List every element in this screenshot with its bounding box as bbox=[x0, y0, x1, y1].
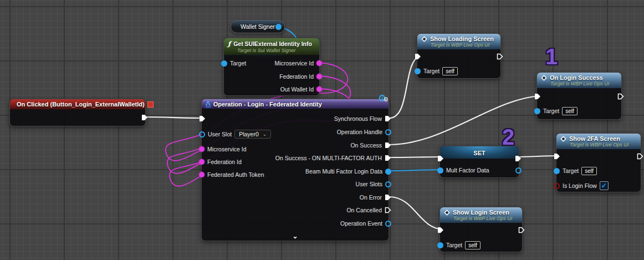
pin-row-target[interactable]: Target bbox=[227, 59, 246, 68]
exec-out-pin[interactable] bbox=[497, 53, 503, 60]
user-slot-dropdown[interactable]: Player0 ⌄ bbox=[234, 130, 271, 139]
pin-row-set-output[interactable] bbox=[515, 166, 516, 175]
delegate-pin[interactable] bbox=[147, 101, 154, 108]
wallet-signer-output-pin[interactable] bbox=[275, 24, 282, 30]
exec-in-pin[interactable] bbox=[437, 155, 444, 162]
node-header[interactable]: ƒ Get SUIExternal Identity Info Target i… bbox=[224, 38, 319, 55]
exec-in-pin[interactable] bbox=[534, 93, 541, 100]
pin-row-synchronous-flow[interactable]: Synchronous Flow bbox=[334, 114, 386, 123]
exec-out-pin[interactable] bbox=[385, 207, 391, 213]
expand-node-chevron[interactable]: ⌄ bbox=[202, 233, 389, 239]
node-header[interactable]: Λ Operation - Login - Federated Identity bbox=[202, 99, 389, 109]
pin-row-federated-auth-token[interactable]: Federated Auth Token bbox=[205, 170, 264, 179]
node-header[interactable]: Show 2FA Screen Target is WBP Live Ops U… bbox=[556, 134, 641, 149]
exec-out-pin[interactable] bbox=[141, 114, 148, 121]
exec-out-pin[interactable] bbox=[617, 93, 624, 100]
exec-out-pin[interactable] bbox=[515, 155, 522, 162]
target-pin[interactable] bbox=[534, 108, 540, 114]
pin-row-beam-multi-factor-login-data[interactable]: Beam Multi Factor Login Data bbox=[305, 167, 386, 176]
pin-row-mult-factor-data[interactable]: Mult Factor Data bbox=[443, 166, 489, 175]
pin-row-is-login-flow[interactable]: Is Login Flow ✓ bbox=[559, 181, 609, 190]
target-pin[interactable] bbox=[554, 168, 560, 174]
target-pin[interactable] bbox=[437, 242, 443, 248]
pin-row-on-success[interactable]: On Success bbox=[350, 141, 386, 150]
exec-in-pin[interactable] bbox=[437, 227, 444, 233]
pin-row-target[interactable]: Target self bbox=[540, 106, 577, 115]
pin-row-exec-in[interactable] bbox=[205, 114, 206, 123]
beam-multi-factor-login-data-pin[interactable] bbox=[385, 169, 391, 175]
pin-row-exec-in[interactable] bbox=[420, 52, 421, 61]
pin-label: Federation Id bbox=[207, 159, 242, 165]
pin-row-target[interactable]: Target self bbox=[559, 166, 597, 175]
mult-factor-data-pin[interactable] bbox=[437, 167, 443, 174]
pin-row-on-error[interactable]: On Error bbox=[360, 193, 386, 202]
pin-row-user-slots[interactable]: User Slots bbox=[356, 180, 386, 188]
node-header[interactable]: Show Login Screen Target is WBP Live Ops… bbox=[440, 207, 522, 223]
exec-out-pin[interactable] bbox=[385, 115, 391, 122]
pin-row-exec-out[interactable] bbox=[141, 113, 142, 122]
federation-id-pin[interactable] bbox=[316, 74, 322, 79]
user-slot-pin[interactable] bbox=[199, 131, 205, 137]
node-set-mult-factor-data[interactable]: SET Mult Factor Data bbox=[439, 146, 519, 178]
pin-row-operation-handle[interactable]: Operation Handle bbox=[337, 128, 386, 136]
node-show-loading-screen[interactable]: Show Loading Screen Target is WBP Live O… bbox=[417, 33, 501, 79]
set-output-pin[interactable] bbox=[515, 167, 522, 174]
node-header[interactable]: On Clicked (Button_Login_ExternalWalletI… bbox=[10, 99, 145, 109]
node-settings-gears[interactable]: ⚙⚙ bbox=[378, 93, 389, 104]
microservice-id-pin[interactable] bbox=[316, 60, 322, 66]
node-wallet-signer[interactable]: Wallet Signer bbox=[231, 20, 285, 33]
pin-row-user-slot[interactable]: User Slot Player0 ⌄ bbox=[205, 130, 271, 139]
exec-in-pin[interactable] bbox=[554, 153, 560, 160]
exec-in-pin[interactable] bbox=[415, 53, 421, 60]
pin-row-exec-in[interactable] bbox=[443, 226, 444, 234]
pin-row-operation-event[interactable]: Operation Event bbox=[340, 219, 386, 228]
exec-in-pin[interactable] bbox=[199, 115, 206, 122]
pin-row-federation-id[interactable]: Federation Id bbox=[279, 72, 316, 81]
pin-row-exec-in[interactable] bbox=[559, 152, 560, 161]
federated-auth-token-pin[interactable] bbox=[199, 172, 205, 177]
pin-row-on-success-mfa[interactable]: On Success - ON MULTI-FACTOR AUTH bbox=[275, 154, 386, 162]
node-on-login-success[interactable]: On Login Success Target is WBP Live Ops … bbox=[536, 72, 622, 120]
pin-row-on-cancelled[interactable]: On Cancelled bbox=[346, 206, 386, 215]
out-wallet-id-pin[interactable] bbox=[316, 86, 322, 92]
pin-row-exec-in[interactable] bbox=[540, 92, 541, 101]
pin-row-exec-in[interactable] bbox=[443, 154, 444, 163]
target-pin[interactable] bbox=[221, 60, 227, 67]
exec-out-pin[interactable] bbox=[518, 227, 525, 233]
exec-out-pin[interactable] bbox=[385, 194, 391, 201]
exec-out-pin[interactable] bbox=[385, 155, 391, 161]
pin-row-out-wallet-id[interactable]: Out Wallet Id bbox=[280, 85, 316, 94]
pin-row-microservice-id-in[interactable]: Microservice Id bbox=[205, 145, 247, 154]
node-operation-login-federated-identity[interactable]: Λ Operation - Login - Federated Identity… bbox=[201, 99, 389, 241]
federation-id-pin[interactable] bbox=[199, 159, 205, 165]
is-login-flow-checkbox[interactable]: ✓ bbox=[600, 181, 609, 190]
pin-row-microservice-id[interactable]: Microservice Id bbox=[274, 59, 316, 68]
node-get-sui-external-identity-info[interactable]: ƒ Get SUIExternal Identity Info Target i… bbox=[223, 38, 320, 96]
target-value-box[interactable]: self bbox=[562, 107, 577, 115]
pin-row-target[interactable]: Target self bbox=[443, 241, 481, 249]
operation-handle-pin[interactable] bbox=[385, 129, 391, 135]
microservice-id-pin[interactable] bbox=[199, 146, 205, 152]
node-show-2fa-screen[interactable]: Show 2FA Screen Target is WBP Live Ops U… bbox=[556, 133, 641, 192]
pin-row-exec-out[interactable] bbox=[617, 92, 619, 101]
exec-out-pin[interactable] bbox=[637, 153, 643, 160]
pin-row-exec-out[interactable] bbox=[637, 152, 638, 161]
exec-out-pin[interactable] bbox=[385, 142, 391, 149]
operation-event-pin[interactable] bbox=[385, 221, 391, 227]
target-value-box[interactable]: self bbox=[442, 67, 458, 75]
pin-row-exec-out[interactable] bbox=[497, 52, 498, 61]
node-header[interactable]: Show Loading Screen Target is WBP Live O… bbox=[417, 34, 500, 49]
blueprint-canvas[interactable]: { "markers": {"one": "1", "two": "2"}, "… bbox=[0, 0, 644, 260]
node-show-login-screen[interactable]: Show Login Screen Target is WBP Live Ops… bbox=[439, 207, 523, 252]
pin-row-exec-out[interactable] bbox=[515, 154, 516, 163]
target-value-box[interactable]: self bbox=[581, 167, 597, 175]
target-value-box[interactable]: self bbox=[465, 241, 481, 249]
pin-row-exec-out[interactable] bbox=[518, 226, 519, 234]
target-pin[interactable] bbox=[415, 68, 421, 74]
is-login-flow-pin[interactable] bbox=[554, 183, 560, 189]
node-header[interactable]: On Login Success Target is WBP Live Ops … bbox=[537, 73, 621, 88]
node-on-clicked[interactable]: On Clicked (Button_Login_ExternalWalletI… bbox=[9, 99, 146, 126]
user-slots-pin[interactable] bbox=[385, 181, 391, 187]
pin-row-target[interactable]: Target self bbox=[420, 67, 458, 75]
pin-row-federation-id-in[interactable]: Federation Id bbox=[205, 157, 242, 166]
